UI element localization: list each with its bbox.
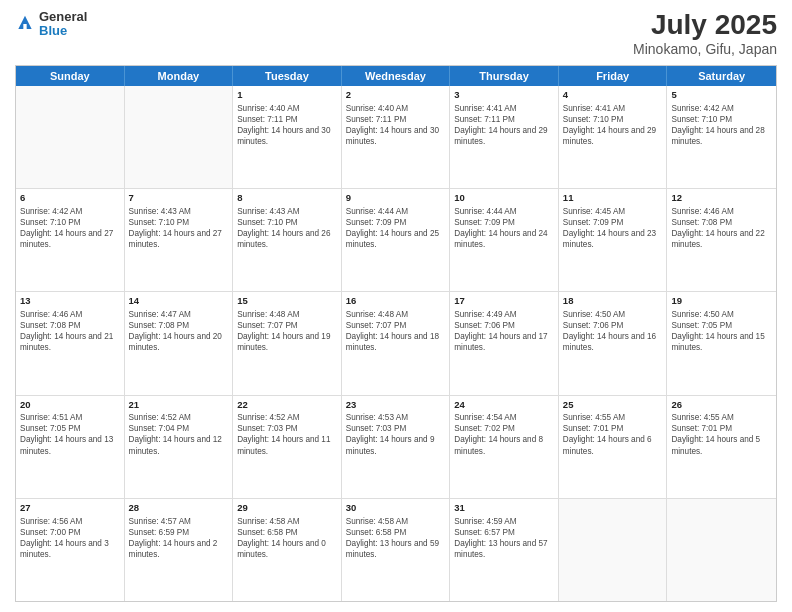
calendar-day-6: 6Sunrise: 4:42 AM Sunset: 7:10 PM Daylig… [16,189,125,291]
calendar-day-13: 13Sunrise: 4:46 AM Sunset: 7:08 PM Dayli… [16,292,125,394]
logo-line2: Blue [39,24,87,38]
day-header-monday: Monday [125,66,234,86]
calendar-day-24: 24Sunrise: 4:54 AM Sunset: 7:02 PM Dayli… [450,396,559,498]
day-number: 24 [454,399,554,412]
calendar-day-31: 31Sunrise: 4:59 AM Sunset: 6:57 PM Dayli… [450,499,559,601]
day-info: Sunrise: 4:41 AM Sunset: 7:10 PM Dayligh… [563,103,663,147]
day-number: 8 [237,192,337,205]
day-info: Sunrise: 4:46 AM Sunset: 7:08 PM Dayligh… [671,206,772,250]
day-number: 19 [671,295,772,308]
day-number: 15 [237,295,337,308]
calendar-day-5: 5Sunrise: 4:42 AM Sunset: 7:10 PM Daylig… [667,86,776,188]
calendar-empty-cell [667,499,776,601]
day-info: Sunrise: 4:55 AM Sunset: 7:01 PM Dayligh… [671,412,772,456]
calendar-day-18: 18Sunrise: 4:50 AM Sunset: 7:06 PM Dayli… [559,292,668,394]
day-info: Sunrise: 4:56 AM Sunset: 7:00 PM Dayligh… [20,516,120,560]
day-info: Sunrise: 4:51 AM Sunset: 7:05 PM Dayligh… [20,412,120,456]
day-info: Sunrise: 4:42 AM Sunset: 7:10 PM Dayligh… [671,103,772,147]
calendar-day-25: 25Sunrise: 4:55 AM Sunset: 7:01 PM Dayli… [559,396,668,498]
calendar-row-2: 6Sunrise: 4:42 AM Sunset: 7:10 PM Daylig… [16,189,776,292]
calendar-day-23: 23Sunrise: 4:53 AM Sunset: 7:03 PM Dayli… [342,396,451,498]
calendar-day-28: 28Sunrise: 4:57 AM Sunset: 6:59 PM Dayli… [125,499,234,601]
calendar-day-15: 15Sunrise: 4:48 AM Sunset: 7:07 PM Dayli… [233,292,342,394]
day-info: Sunrise: 4:53 AM Sunset: 7:03 PM Dayligh… [346,412,446,456]
calendar-day-21: 21Sunrise: 4:52 AM Sunset: 7:04 PM Dayli… [125,396,234,498]
calendar-day-26: 26Sunrise: 4:55 AM Sunset: 7:01 PM Dayli… [667,396,776,498]
day-info: Sunrise: 4:44 AM Sunset: 7:09 PM Dayligh… [454,206,554,250]
day-number: 11 [563,192,663,205]
day-number: 27 [20,502,120,515]
calendar-day-10: 10Sunrise: 4:44 AM Sunset: 7:09 PM Dayli… [450,189,559,291]
day-info: Sunrise: 4:42 AM Sunset: 7:10 PM Dayligh… [20,206,120,250]
day-number: 13 [20,295,120,308]
day-number: 17 [454,295,554,308]
day-info: Sunrise: 4:48 AM Sunset: 7:07 PM Dayligh… [346,309,446,353]
day-header-wednesday: Wednesday [342,66,451,86]
day-number: 6 [20,192,120,205]
day-info: Sunrise: 4:43 AM Sunset: 7:10 PM Dayligh… [237,206,337,250]
day-number: 20 [20,399,120,412]
day-info: Sunrise: 4:58 AM Sunset: 6:58 PM Dayligh… [346,516,446,560]
calendar-row-4: 20Sunrise: 4:51 AM Sunset: 7:05 PM Dayli… [16,396,776,499]
calendar-empty-cell [16,86,125,188]
day-number: 21 [129,399,229,412]
day-info: Sunrise: 4:54 AM Sunset: 7:02 PM Dayligh… [454,412,554,456]
day-info: Sunrise: 4:58 AM Sunset: 6:58 PM Dayligh… [237,516,337,560]
day-number: 12 [671,192,772,205]
day-header-tuesday: Tuesday [233,66,342,86]
day-header-thursday: Thursday [450,66,559,86]
day-number: 3 [454,89,554,102]
calendar: SundayMondayTuesdayWednesdayThursdayFrid… [15,65,777,602]
calendar-day-3: 3Sunrise: 4:41 AM Sunset: 7:11 PM Daylig… [450,86,559,188]
day-info: Sunrise: 4:46 AM Sunset: 7:08 PM Dayligh… [20,309,120,353]
day-number: 18 [563,295,663,308]
day-info: Sunrise: 4:41 AM Sunset: 7:11 PM Dayligh… [454,103,554,147]
day-info: Sunrise: 4:50 AM Sunset: 7:05 PM Dayligh… [671,309,772,353]
logo: General Blue [15,10,87,39]
calendar-day-19: 19Sunrise: 4:50 AM Sunset: 7:05 PM Dayli… [667,292,776,394]
calendar-day-22: 22Sunrise: 4:52 AM Sunset: 7:03 PM Dayli… [233,396,342,498]
day-number: 9 [346,192,446,205]
calendar-day-29: 29Sunrise: 4:58 AM Sunset: 6:58 PM Dayli… [233,499,342,601]
day-info: Sunrise: 4:43 AM Sunset: 7:10 PM Dayligh… [129,206,229,250]
calendar-day-9: 9Sunrise: 4:44 AM Sunset: 7:09 PM Daylig… [342,189,451,291]
day-header-friday: Friday [559,66,668,86]
calendar-day-7: 7Sunrise: 4:43 AM Sunset: 7:10 PM Daylig… [125,189,234,291]
calendar-row-3: 13Sunrise: 4:46 AM Sunset: 7:08 PM Dayli… [16,292,776,395]
day-info: Sunrise: 4:59 AM Sunset: 6:57 PM Dayligh… [454,516,554,560]
day-number: 2 [346,89,446,102]
day-number: 30 [346,502,446,515]
day-number: 5 [671,89,772,102]
day-number: 23 [346,399,446,412]
calendar-subtitle: Minokamo, Gifu, Japan [633,41,777,57]
day-info: Sunrise: 4:40 AM Sunset: 7:11 PM Dayligh… [346,103,446,147]
calendar-body: 1Sunrise: 4:40 AM Sunset: 7:11 PM Daylig… [16,86,776,601]
calendar-day-4: 4Sunrise: 4:41 AM Sunset: 7:10 PM Daylig… [559,86,668,188]
calendar-day-1: 1Sunrise: 4:40 AM Sunset: 7:11 PM Daylig… [233,86,342,188]
day-number: 4 [563,89,663,102]
day-info: Sunrise: 4:44 AM Sunset: 7:09 PM Dayligh… [346,206,446,250]
page: General Blue July 2025 Minokamo, Gifu, J… [0,0,792,612]
day-number: 16 [346,295,446,308]
calendar-day-14: 14Sunrise: 4:47 AM Sunset: 7:08 PM Dayli… [125,292,234,394]
calendar-day-2: 2Sunrise: 4:40 AM Sunset: 7:11 PM Daylig… [342,86,451,188]
day-header-sunday: Sunday [16,66,125,86]
day-info: Sunrise: 4:55 AM Sunset: 7:01 PM Dayligh… [563,412,663,456]
day-info: Sunrise: 4:48 AM Sunset: 7:07 PM Dayligh… [237,309,337,353]
calendar-day-8: 8Sunrise: 4:43 AM Sunset: 7:10 PM Daylig… [233,189,342,291]
calendar-row-5: 27Sunrise: 4:56 AM Sunset: 7:00 PM Dayli… [16,499,776,601]
day-info: Sunrise: 4:57 AM Sunset: 6:59 PM Dayligh… [129,516,229,560]
day-info: Sunrise: 4:49 AM Sunset: 7:06 PM Dayligh… [454,309,554,353]
calendar-header: SundayMondayTuesdayWednesdayThursdayFrid… [16,66,776,86]
calendar-day-16: 16Sunrise: 4:48 AM Sunset: 7:07 PM Dayli… [342,292,451,394]
day-info: Sunrise: 4:47 AM Sunset: 7:08 PM Dayligh… [129,309,229,353]
day-info: Sunrise: 4:40 AM Sunset: 7:11 PM Dayligh… [237,103,337,147]
calendar-title: July 2025 [633,10,777,41]
calendar-day-11: 11Sunrise: 4:45 AM Sunset: 7:09 PM Dayli… [559,189,668,291]
calendar-empty-cell [559,499,668,601]
logo-icon [15,14,35,34]
day-number: 10 [454,192,554,205]
day-number: 29 [237,502,337,515]
header: General Blue July 2025 Minokamo, Gifu, J… [15,10,777,57]
calendar-empty-cell [125,86,234,188]
